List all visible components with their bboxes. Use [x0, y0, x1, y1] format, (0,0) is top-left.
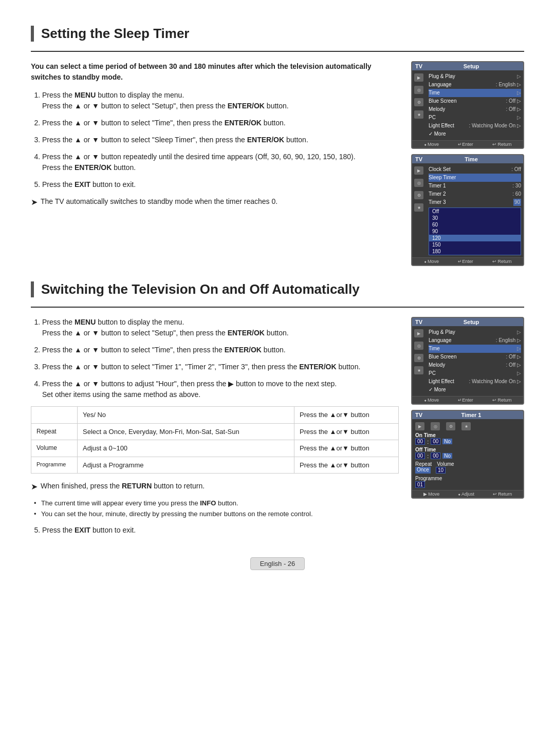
table-cell: Programme [31, 457, 78, 474]
step2-3: Press the ▲ or ▼ button to select "Timer… [42, 362, 399, 372]
time-footer: ⬥ Move ↵Enter ↩ Return [412, 257, 523, 265]
section2-title: Switching the Television On and Off Auto… [31, 281, 524, 297]
menu-label: Blue Screen [429, 98, 456, 105]
step1-5: Press the EXIT button to exit. [42, 179, 399, 190]
s2-icon3: ⚙ [414, 354, 423, 362]
drop-off: Off [429, 208, 521, 215]
step1-2: Press the ▲ or ▼ button to select "Time"… [42, 118, 399, 128]
t1-icon1: ▶ [415, 422, 424, 430]
section2-steps-list: Press the MENU button to display the men… [31, 317, 399, 400]
timer1-tv-label: TV [415, 412, 422, 418]
menu-arrow: ▷ [517, 329, 521, 336]
table-cell: Press the ▲or▼ button [294, 423, 399, 440]
section2-note: ➤ When finished, press the RETURN button… [31, 481, 399, 493]
step1-1: Press the MENU button to display the men… [42, 90, 399, 111]
s2-pc: PC ▷ [429, 369, 521, 377]
bullet-2: You can set the hour, minute, directly b… [36, 509, 399, 520]
s2-more: ✓ More [429, 386, 521, 394]
s2-tv-label: TV [415, 319, 422, 325]
menu-label: Light Effect [429, 378, 454, 385]
time-menu-col: Clock Set : Off Sleep Timer Timer 1 : 30… [427, 165, 521, 255]
menu-melody: Melody : Off ▷ [429, 105, 521, 114]
menu-label: Plug & Play [429, 329, 455, 336]
note-text: The TV automatically switches to standby… [41, 196, 278, 209]
s2-time: Time ▷ [429, 345, 521, 353]
table-cell [31, 407, 78, 424]
step5-list: Press the EXIT button to exit. [31, 525, 399, 536]
menu-val: : Watching Mode On ▷ [469, 378, 521, 385]
s2-icon2: ◎ [414, 342, 423, 350]
menu-label: Timer 3 [429, 199, 446, 206]
timer1-footer-adjust: ⬥ Adjust [458, 492, 474, 497]
drop-150: 150 [429, 241, 521, 248]
section-sleep-timer: Setting the Sleep Timer You can select a… [31, 26, 524, 271]
setup-title-1: Setup [464, 63, 479, 69]
setup-screen-header: TV Setup [412, 62, 523, 70]
menu-label: Blue Screen [429, 353, 456, 361]
bullet-notes: The current time will appear every time … [31, 498, 399, 520]
time-screen-header: TV Time [412, 155, 523, 163]
section1-steps-col: You can select a time period of between … [31, 61, 399, 271]
menu-label: PC [429, 114, 436, 121]
menu-label: Clock Set [429, 166, 451, 173]
s2-plug-play: Plug & Play ▷ [429, 328, 521, 336]
drop-90: 90 [429, 228, 521, 235]
time-clock-set: Clock Set : Off [429, 165, 521, 174]
menu-label: Language [429, 81, 452, 88]
menu-val: : Off ▷ [506, 353, 522, 361]
footer-move2: ⬥ Move [424, 259, 439, 264]
table-cell: Press the ▲or▼ button [294, 457, 399, 474]
table-cell: Volume [31, 440, 78, 457]
menu-label: ✓ More [429, 386, 446, 393]
timer1-icon-col: ▶ ◎ ⚙ ★ [415, 421, 520, 430]
time-title: Time [465, 156, 477, 162]
icon6: ◎ [414, 179, 423, 187]
footer-move: ⬥ Move [424, 142, 439, 147]
menu-val: : Off ▷ [506, 98, 522, 105]
timer1-repeat-vol-vals: Once 10 [415, 467, 520, 474]
section-switching: Switching the Television On and Off Auto… [31, 281, 524, 542]
section1-content: You can select a time period of between … [31, 61, 524, 271]
timer1-footer-return: ↩ Return [493, 492, 512, 497]
table-cell: Repeat [31, 423, 78, 440]
timer1-programme-label: Programme [415, 476, 520, 481]
setup-body-1: ▶ ◎ ⚙ ★ Plug & Play ▷ Language : English… [412, 70, 523, 140]
timer1-off-time: Off Time [415, 447, 520, 452]
s2-light-effect: Light Effect : Watching Mode On ▷ [429, 377, 521, 386]
menu-label: PC [429, 370, 436, 377]
time-timer2: Timer 2 : 60 [429, 190, 521, 198]
menu-arrow: ▷ [517, 89, 521, 97]
t1-icon4: ★ [461, 422, 471, 430]
s2-setup-title: Setup [464, 319, 479, 325]
time-timer1: Timer 1 : 30 [429, 182, 521, 190]
menu-arrow: ▷ [517, 114, 521, 121]
s2-setup-footer: ⬥ Move ↵Enter ↩ Return [412, 396, 523, 404]
icon4: ★ [414, 110, 423, 119]
time-sleep-timer: Sleep Timer [429, 174, 521, 182]
timer-settings-table: Yes/ No Press the ▲or▼ button Repeat Sel… [31, 406, 399, 474]
menu-label: Light Effect [429, 122, 454, 129]
s2-footer-return: ↩ Return [492, 398, 512, 403]
s2-menu-col: Plug & Play ▷ Language : English ▷ Time … [427, 328, 521, 394]
section2-screens-col: TV Setup ▶ ◎ ⚙ ★ Plug & Play ▷ [411, 317, 524, 542]
section1-setup-screen: TV Setup ▶ ◎ ⚙ ★ Plug & Play ▷ [411, 61, 524, 149]
timer1-footer: ▶ Move ⬥ Adjust ↩ Return [412, 490, 523, 498]
page-footer: English - 26 [31, 557, 524, 570]
section2-content: Press the MENU button to display the men… [31, 317, 524, 542]
s2-footer-move: ⬥ Move [424, 398, 439, 403]
menu-label: Sleep Timer [429, 174, 456, 181]
icon1: ▶ [414, 73, 423, 82]
volume-label: Volume [437, 461, 454, 467]
icon2: ◎ [414, 86, 423, 94]
s2-setup-body: ▶ ◎ ⚙ ★ Plug & Play ▷ Language : English… [412, 326, 523, 396]
step1-3: Press the ▲ or ▼ button to select "Sleep… [42, 135, 399, 145]
t1-icon2: ◎ [431, 422, 440, 430]
icon-col-1: ▶ ◎ ⚙ ★ [414, 72, 427, 138]
menu-arrow: ▷ [517, 370, 521, 377]
timer1-on-time-row: 00 : 00 No [415, 438, 520, 445]
on-hour: 00 [415, 438, 425, 445]
off-min: 00 [431, 452, 440, 459]
table-cell: Adjust a Programme [78, 457, 294, 474]
drop-60: 60 [429, 221, 521, 228]
once-val: Once [415, 467, 431, 474]
